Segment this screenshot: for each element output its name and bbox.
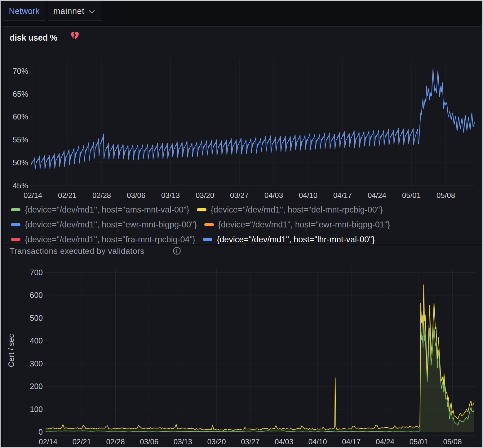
x-tick-label: 04/03 — [275, 437, 293, 446]
x-tick-label: 04/24 — [376, 437, 394, 446]
x-tick-label: 03/27 — [230, 191, 249, 199]
chevron-down-icon — [89, 10, 95, 14]
y-tick-label: 55% — [13, 135, 28, 144]
x-tick-label: 03/20 — [207, 437, 226, 446]
legend-series-label: {device="/dev/md1", host="ewr-mnt-bigpg-… — [218, 220, 390, 230]
legend-swatch — [203, 238, 212, 241]
legend-series-label: {device="/dev/md1", host="lhr-mnt-val-00… — [217, 235, 375, 244]
dashboard: Network mainnet disk used % 45%50%55%60%… — [1, 1, 482, 447]
x-tick-label: 04/17 — [342, 437, 361, 446]
transactions-chart[interactable]: 010020030040050060070002/1402/2102/2803/… — [3, 245, 481, 447]
legend-series-label: {device="/dev/md1", host="ewr-mnt-bigpg-… — [25, 220, 197, 230]
x-tick-label: 04/17 — [333, 191, 352, 199]
x-tick-label: 02/14 — [24, 191, 42, 199]
legend-series-label: {device="/dev/md1", host="ams-mnt-val-00… — [25, 205, 189, 215]
legend-item-2[interactable]: {device="/dev/md1", host="del-mnt-rpcbig… — [197, 202, 383, 217]
legend-item-4[interactable]: {device="/dev/md1", host="ewr-mnt-bigpg-… — [204, 217, 390, 232]
y-tick-label: 600 — [30, 291, 43, 299]
x-tick-label: 04/10 — [299, 191, 317, 199]
disk-used-chart[interactable]: 45%50%55%60%65%70%02/1402/2102/2803/0603… — [3, 27, 481, 200]
y-tick-label: 70% — [13, 67, 28, 75]
x-tick-label: 02/28 — [92, 191, 111, 199]
x-tick-label: 05/01 — [402, 191, 421, 199]
x-tick-label: 03/06 — [140, 437, 158, 446]
x-tick-label: 02/21 — [58, 191, 77, 199]
x-tick-label: 05/08 — [436, 191, 455, 199]
x-tick-label: 05/01 — [410, 437, 428, 446]
x-tick-label: 04/10 — [308, 437, 327, 446]
y-tick-label: 300 — [30, 359, 43, 368]
x-tick-label: 02/14 — [39, 437, 57, 446]
network-select-value: mainnet — [53, 7, 84, 16]
series-area — [46, 285, 474, 432]
series-line — [46, 311, 474, 432]
series-line — [25, 69, 475, 170]
x-tick-label: 05/08 — [443, 437, 462, 446]
panel-disk-used: disk used % 45%50%55%60%65%70%02/1402/21… — [3, 26, 481, 244]
x-tick-label: 03/27 — [241, 437, 259, 446]
variable-label-network: Network — [3, 2, 45, 21]
y-tick-label: 45% — [13, 181, 28, 190]
x-tick-label: 03/06 — [127, 191, 145, 199]
x-tick-label: 03/20 — [196, 191, 214, 199]
network-select-dropdown[interactable]: mainnet — [48, 2, 102, 21]
panel-transactions: Transactions executed by validators 0100… — [3, 245, 481, 447]
series-legend: {device="/dev/md1", host="ams-mnt-val-00… — [11, 202, 476, 247]
y-tick-label: 60% — [13, 112, 28, 121]
legend-item-1[interactable]: {device="/dev/md1", host="ams-mnt-val-00… — [11, 202, 189, 217]
legend-swatch — [11, 238, 20, 241]
legend-series-label: {device="/dev/md1", host="fra-mnt-rpcbig… — [25, 235, 195, 244]
legend-item-3[interactable]: {device="/dev/md1", host="ewr-mnt-bigpg-… — [11, 217, 197, 232]
series-area — [46, 311, 474, 432]
legend-swatch — [11, 223, 20, 226]
variable-label-text: Network — [9, 7, 39, 16]
y-tick-label: 700 — [30, 268, 43, 277]
x-tick-label: 03/13 — [174, 437, 192, 446]
x-tick-label: 02/21 — [73, 437, 91, 446]
y-tick-label: 200 — [30, 382, 43, 391]
x-tick-label: 04/24 — [368, 191, 386, 199]
series-line — [46, 285, 474, 430]
x-tick-label: 03/13 — [161, 191, 180, 199]
x-tick-label: 04/03 — [264, 191, 283, 199]
legend-series-label: {device="/dev/md1", host="del-mnt-rpcbig… — [211, 205, 383, 215]
legend-swatch — [204, 223, 214, 226]
y-tick-label: 0 — [38, 428, 43, 436]
y-axis-title: Cert / sec — [7, 334, 16, 367]
y-tick-label: 400 — [30, 336, 43, 345]
x-tick-label: 02/28 — [106, 437, 125, 446]
legend-swatch — [11, 208, 20, 211]
y-tick-label: 500 — [30, 314, 43, 322]
legend-swatch — [197, 208, 206, 211]
y-tick-label: 50% — [13, 158, 28, 167]
y-tick-label: 65% — [13, 90, 28, 98]
y-tick-label: 100 — [30, 405, 43, 414]
